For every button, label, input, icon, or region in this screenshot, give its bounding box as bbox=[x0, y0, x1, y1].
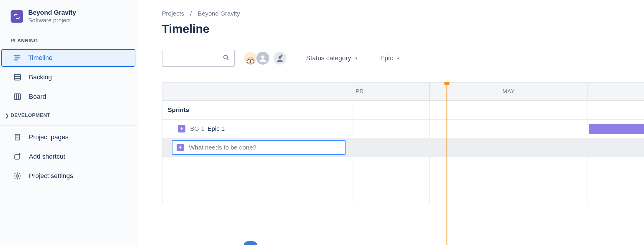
issue-key[interactable]: BG-1 bbox=[190, 125, 205, 132]
sidebar-item-add-shortcut[interactable]: Add shortcut bbox=[2, 148, 135, 165]
breadcrumb-projects[interactable]: Projects bbox=[162, 10, 184, 17]
epic-icon bbox=[177, 144, 184, 151]
sidebar-item-project-pages[interactable]: Project pages bbox=[2, 128, 135, 146]
timeline-header: PR MAY bbox=[162, 83, 644, 101]
sidebar-item-label: Add shortcut bbox=[29, 153, 65, 160]
sidebar-item-project-settings[interactable]: Project settings bbox=[2, 167, 135, 185]
search-icon bbox=[223, 54, 230, 62]
month-column-apr: PR bbox=[353, 83, 430, 100]
epic-icon bbox=[178, 125, 185, 132]
svg-line-17 bbox=[227, 58, 228, 60]
svg-point-18 bbox=[261, 55, 264, 58]
breadcrumb-separator: / bbox=[190, 10, 192, 17]
svg-rect-12 bbox=[15, 155, 19, 159]
status-category-filter[interactable]: Status category ▾ bbox=[302, 51, 361, 65]
svg-rect-3 bbox=[14, 75, 21, 80]
sidebar-item-label: Backlog bbox=[29, 73, 52, 81]
issue-summary[interactable]: Epic 1 bbox=[208, 125, 225, 132]
timeline-empty-area[interactable] bbox=[162, 157, 644, 204]
sidebar: Beyond Gravity Software project PLANNING… bbox=[0, 0, 138, 245]
chevron-down-icon: ▾ bbox=[355, 56, 357, 61]
page-title: Timeline bbox=[162, 22, 644, 36]
section-development-label[interactable]: ❯ DEVELOPMENT bbox=[0, 107, 138, 122]
sidebar-item-backlog[interactable]: Backlog bbox=[2, 68, 135, 86]
month-column-next bbox=[588, 83, 644, 100]
sidebar-item-board[interactable]: Board bbox=[2, 88, 135, 105]
timeline-icon bbox=[12, 53, 21, 62]
sidebar-item-label: Timeline bbox=[28, 54, 52, 62]
sidebar-item-label: Board bbox=[29, 93, 46, 100]
backlog-icon bbox=[13, 73, 22, 82]
timeline-epic-row[interactable]: BG-1 Epic 1 bbox=[162, 120, 644, 138]
chevron-right-icon: ❯ bbox=[4, 113, 11, 118]
chevron-down-icon: ▾ bbox=[397, 56, 399, 61]
main-content: Projects / Beyond Gravity Timeline bbox=[138, 0, 644, 245]
gear-icon bbox=[13, 172, 22, 180]
pages-icon bbox=[13, 133, 22, 142]
epic-schedule-bar[interactable] bbox=[589, 124, 644, 134]
sidebar-item-label: Project pages bbox=[29, 133, 69, 141]
breadcrumb: Projects / Beyond Gravity bbox=[162, 10, 644, 17]
board-icon bbox=[13, 92, 22, 101]
svg-point-15 bbox=[16, 175, 19, 177]
epic-filter[interactable]: Epic ▾ bbox=[376, 51, 403, 65]
project-header[interactable]: Beyond Gravity Software project bbox=[0, 9, 138, 33]
create-epic-input[interactable] bbox=[189, 144, 341, 151]
sidebar-item-label: Project settings bbox=[29, 172, 73, 180]
toolbar: + Status category ▾ Epic ▾ bbox=[162, 50, 644, 67]
add-people-button[interactable]: + bbox=[273, 51, 287, 66]
timeline-row-header-blank bbox=[162, 83, 353, 100]
timeline-create-row bbox=[162, 138, 644, 157]
sidebar-divider bbox=[0, 125, 138, 126]
timeline-grid: PR MAY Sprints BG-1 Epic 1 bbox=[162, 82, 644, 204]
sidebar-item-timeline[interactable]: Timeline bbox=[1, 49, 135, 67]
assignee-avatars: + bbox=[243, 51, 287, 66]
search-input[interactable] bbox=[162, 50, 235, 67]
svg-rect-6 bbox=[14, 94, 21, 100]
breadcrumb-current[interactable]: Beyond Gravity bbox=[198, 10, 240, 17]
section-planning-label: PLANNING bbox=[0, 33, 138, 47]
project-icon bbox=[11, 10, 23, 23]
sprints-label: Sprints bbox=[162, 101, 353, 119]
timeline-sprints-row: Sprints bbox=[162, 101, 644, 120]
create-epic-input-wrap[interactable] bbox=[172, 140, 346, 155]
month-column-may: MAY bbox=[430, 83, 588, 100]
avatar-unassigned[interactable] bbox=[255, 51, 270, 66]
plus-icon: + bbox=[280, 54, 284, 58]
project-type: Software project bbox=[28, 17, 76, 24]
project-name: Beyond Gravity bbox=[28, 9, 76, 16]
add-shortcut-icon bbox=[13, 152, 22, 161]
